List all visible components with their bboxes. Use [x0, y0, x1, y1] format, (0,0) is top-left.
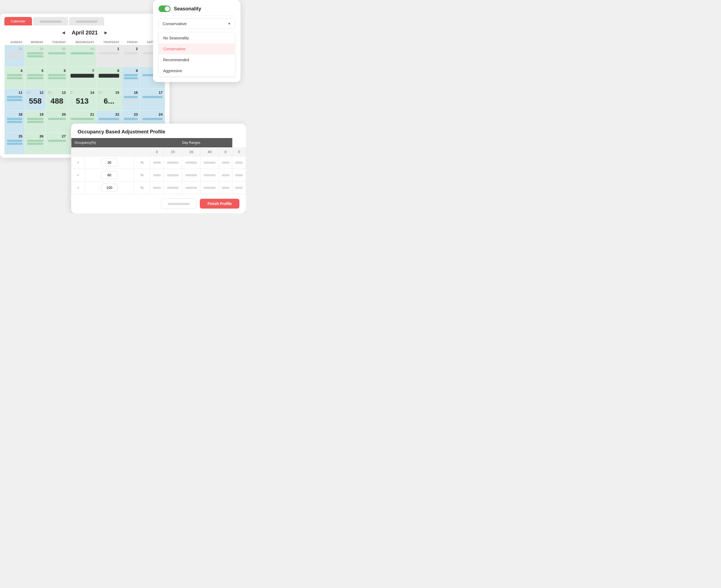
day-cell[interactable]: 26 — [25, 132, 46, 154]
day-cell[interactable]: 16 — [122, 89, 140, 111]
day-bar — [27, 55, 43, 57]
occ-pct-1: % — [134, 156, 150, 169]
tab-calendar[interactable]: Calendar — [4, 17, 32, 25]
occ-bar-cell-3e — [219, 182, 232, 194]
occ-input-1[interactable] — [101, 159, 118, 167]
dropdown-item-conservative[interactable]: Conservative — [159, 43, 235, 55]
occ-bar — [222, 187, 230, 189]
occ-bar — [185, 162, 197, 164]
day-cell[interactable]: 8 — [97, 67, 122, 89]
occ-sub-15: 15 — [164, 148, 182, 156]
occ-bar-cell-3a — [150, 182, 164, 194]
occupancy-card: Occupancy Based Adjustment Profile Occup… — [71, 124, 246, 213]
day-number: 5 — [26, 68, 45, 73]
day-cell[interactable]: 25 — [5, 132, 25, 154]
day-cell[interactable]: 11 — [5, 89, 25, 111]
seasonality-card: Seasonality Conservative ▼ No Seasonalit… — [153, 0, 240, 82]
table-row: 4 5 6 7 — [5, 67, 165, 89]
tab-3[interactable] — [69, 17, 104, 25]
col-dayranges-header: Day Ranges — [150, 138, 232, 148]
day-number: 25 — [6, 134, 23, 139]
occ-input-cell-3 — [85, 182, 134, 194]
day-number: 17 — [141, 90, 164, 95]
day-number: 20 — [47, 112, 67, 117]
day-cell[interactable]: 7 — [68, 67, 97, 89]
day-cell[interactable]: 9 — [122, 67, 140, 89]
day-bar — [124, 118, 138, 120]
day-cell[interactable]: 18 — [5, 111, 25, 132]
day-cell[interactable]: 5 — [25, 67, 46, 89]
day-bar — [7, 77, 22, 79]
day-cell[interactable]: 2 ☾ 12 558 — [25, 89, 46, 111]
day-number: 28 — [6, 46, 23, 51]
occ-lt-3: < — [71, 182, 85, 194]
day-cell[interactable]: 2 ☾ 13 488 — [46, 89, 68, 111]
occupancy-table: Occupancy(%) Day Ranges 0 15 16 40 0 0 <… — [71, 138, 246, 194]
col-friday: FRIDAY — [122, 40, 140, 45]
day-bar — [7, 55, 22, 57]
day-number: 22 — [98, 112, 120, 117]
day-cell[interactable]: 1 — [97, 45, 122, 67]
day-number: 15 — [115, 90, 119, 94]
day-number: 29 — [26, 46, 45, 51]
occ-input-3[interactable] — [101, 184, 118, 192]
occ-bar-cell-3f — [232, 182, 246, 194]
prev-month-button[interactable]: ◀ — [60, 29, 67, 36]
divider — [158, 15, 235, 16]
day-number: 21 — [69, 112, 96, 117]
day-cell[interactable]: 6 — [46, 67, 68, 89]
occ-row-2: < % — [71, 169, 246, 182]
occ-bar — [204, 174, 215, 176]
day-cell[interactable]: 20 — [46, 111, 68, 132]
seasonality-dropdown[interactable]: Conservative ▼ — [158, 18, 235, 29]
dropdown-menu: No Seasonality Conservative Recommended … — [158, 32, 235, 77]
seasonality-toggle[interactable] — [158, 5, 171, 12]
occ-bar — [222, 174, 230, 176]
day-cell[interactable]: 27 — [46, 132, 68, 154]
occ-sub-empty — [71, 148, 150, 156]
day-cell[interactable]: 4 — [5, 67, 25, 89]
day-cell[interactable]: 31 — [68, 45, 97, 67]
day-bar — [27, 143, 43, 145]
dropdown-item-aggressive[interactable]: Aggressive — [159, 65, 235, 76]
occ-bar-cell-3d — [200, 182, 219, 194]
calendar-navigation: ◀ April 2021 ▶ — [4, 29, 165, 36]
day-cell[interactable]: 29 — [25, 45, 46, 67]
occ-bar — [167, 174, 179, 176]
day-number: 13 — [62, 90, 66, 94]
day-number: 19 — [26, 112, 45, 117]
cancel-button[interactable] — [161, 198, 196, 209]
day-cell[interactable]: 2 ☾ 15 6... — [97, 89, 122, 111]
occ-input-2[interactable] — [101, 171, 118, 179]
day-cell[interactable]: 28 — [5, 45, 25, 67]
day-bar — [99, 52, 119, 55]
day-cell[interactable]: 19 — [25, 111, 46, 132]
day-number: 27 — [47, 134, 67, 139]
event-bar — [99, 74, 119, 78]
occ-sub-40: 40 — [200, 148, 219, 156]
day-number: 23 — [123, 112, 139, 117]
day-cell[interactable]: 2 — [122, 45, 140, 67]
day-cell[interactable]: 17 — [140, 89, 165, 111]
occ-bar — [204, 187, 215, 189]
finish-profile-button[interactable]: Finish Profile — [200, 199, 239, 209]
day-number: 24 — [141, 112, 164, 117]
day-cell[interactable]: 2 ☾ 14 513 — [68, 89, 97, 111]
occ-bar-cell-2f — [232, 169, 246, 182]
day-number: 26 — [26, 134, 45, 139]
day-number: 14 — [90, 90, 94, 94]
col-sunday: SUNDAY — [5, 40, 25, 45]
tab-2[interactable] — [33, 17, 68, 25]
occ-row-3: < % — [71, 182, 246, 194]
next-month-button[interactable]: ▶ — [102, 29, 110, 36]
day-cell[interactable]: 30 — [46, 45, 68, 67]
day-number: 6 — [47, 68, 67, 73]
day-bar — [7, 143, 22, 145]
seasonality-title: Seasonality — [174, 6, 201, 12]
occ-bar — [222, 162, 230, 164]
occ-bar-cell-1c — [182, 156, 200, 169]
dropdown-item-no-seasonality[interactable]: No Seasonality — [159, 33, 235, 43]
dropdown-item-recommended[interactable]: Recommended — [159, 55, 235, 65]
occ-bar-cell-1d — [200, 156, 219, 169]
day-bar — [48, 118, 66, 120]
